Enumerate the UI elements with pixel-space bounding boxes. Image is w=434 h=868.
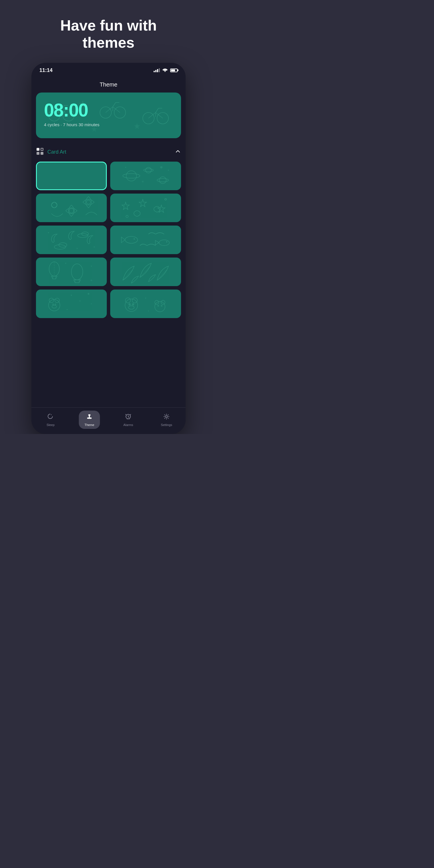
- bottom-nav: Sleep Theme: [31, 407, 186, 434]
- card-thumb-8[interactable]: [110, 257, 181, 286]
- svg-point-82: [155, 302, 165, 312]
- card-thumb-3[interactable]: [36, 194, 107, 222]
- svg-point-77: [125, 298, 130, 303]
- svg-line-62: [123, 270, 133, 280]
- svg-rect-21: [36, 148, 39, 151]
- svg-point-71: [71, 294, 72, 296]
- svg-point-26: [126, 171, 136, 181]
- status-time: 11:14: [39, 67, 53, 73]
- svg-point-68: [52, 304, 54, 305]
- time-card[interactable]: 08:00 4 cycles · 7 hours 30 minutes: [36, 93, 181, 138]
- screen-title: Theme: [100, 82, 117, 88]
- time-description: 4 cycles · 7 hours 30 minutes: [44, 122, 173, 127]
- svg-point-85: [157, 305, 159, 307]
- svg-point-86: [161, 305, 162, 307]
- signal-icon: [154, 68, 160, 72]
- sleep-icon: [47, 413, 54, 422]
- time-display: 08:00: [44, 101, 173, 119]
- svg-point-31: [157, 179, 168, 182]
- time-card-content: 08:00 4 cycles · 7 hours 30 minutes: [44, 101, 173, 127]
- svg-point-34: [125, 167, 126, 168]
- svg-point-36: [52, 202, 57, 208]
- page-title: Have fun with themes: [43, 17, 174, 52]
- svg-line-63: [140, 267, 150, 278]
- svg-point-60: [91, 266, 92, 267]
- svg-point-87: [145, 298, 146, 299]
- card-art-label: Card Art: [48, 149, 66, 155]
- phone-frame: 11:14: [31, 63, 186, 434]
- svg-point-29: [144, 169, 153, 172]
- card-thumb-10[interactable]: [110, 289, 181, 318]
- screen-header: Theme: [31, 76, 186, 93]
- svg-point-69: [55, 304, 56, 305]
- svg-point-40: [165, 198, 166, 200]
- screen-content[interactable]: Theme: [31, 76, 186, 407]
- svg-point-61: [91, 280, 92, 281]
- svg-point-81: [128, 306, 134, 309]
- card-art-header: Card Art: [36, 145, 181, 162]
- nav-label-settings: Settings: [161, 423, 172, 427]
- svg-point-50: [159, 240, 169, 246]
- svg-point-46: [94, 246, 95, 248]
- svg-point-59: [65, 263, 66, 264]
- alarms-icon: [124, 413, 132, 422]
- svg-point-76: [125, 299, 137, 311]
- svg-point-28: [146, 167, 151, 173]
- card-thumb-1[interactable]: [36, 162, 107, 190]
- svg-point-95: [165, 416, 167, 418]
- svg-point-73: [88, 293, 89, 294]
- theme-icon: [86, 413, 93, 422]
- svg-point-35: [168, 169, 169, 171]
- svg-point-80: [132, 303, 134, 306]
- card-thumb-6[interactable]: [110, 225, 181, 254]
- svg-point-51: [166, 241, 167, 242]
- card-art-icon: [36, 147, 44, 157]
- nav-item-sleep[interactable]: Sleep: [40, 413, 61, 427]
- svg-point-48: [125, 237, 137, 243]
- nav-label-alarms: Alarms: [123, 423, 133, 427]
- card-art-left: Card Art: [36, 147, 66, 157]
- svg-point-37: [69, 209, 74, 213]
- status-bar: 11:14: [31, 63, 186, 76]
- card-thumb-4[interactable]: [110, 194, 181, 222]
- battery-icon: [170, 68, 178, 72]
- card-thumb-5[interactable]: [36, 225, 107, 254]
- svg-point-30: [159, 177, 166, 184]
- nav-label-sleep: Sleep: [46, 423, 55, 427]
- svg-point-33: [142, 181, 144, 182]
- svg-point-79: [128, 303, 131, 306]
- svg-point-74: [91, 303, 92, 304]
- svg-line-94: [128, 416, 129, 417]
- svg-point-38: [87, 200, 91, 204]
- nav-item-alarms[interactable]: Alarms: [118, 413, 138, 427]
- svg-point-75: [66, 309, 68, 310]
- nav-active-pill: Theme: [79, 411, 100, 429]
- svg-point-72: [80, 300, 81, 302]
- status-icons: [154, 67, 178, 73]
- page-container: Have fun with themes 11:14: [0, 0, 217, 434]
- svg-point-70: [52, 305, 57, 308]
- svg-point-25: [41, 149, 43, 150]
- svg-rect-23: [36, 152, 39, 155]
- svg-point-49: [134, 239, 135, 240]
- svg-rect-24: [40, 152, 43, 155]
- card-thumb-2[interactable]: [110, 162, 181, 190]
- settings-icon: [163, 413, 170, 422]
- svg-point-47: [76, 248, 78, 249]
- svg-point-32: [160, 166, 162, 168]
- wifi-icon: [162, 67, 168, 73]
- card-thumb-9[interactable]: [36, 289, 107, 318]
- card-thumb-7[interactable]: [36, 257, 107, 286]
- card-art-grid: [36, 162, 181, 323]
- svg-point-78: [132, 298, 137, 303]
- nav-label-theme: Theme: [85, 423, 94, 427]
- svg-point-45: [48, 232, 49, 233]
- nav-item-theme[interactable]: Theme: [79, 411, 100, 429]
- svg-rect-91: [88, 414, 91, 416]
- nav-item-settings[interactable]: Settings: [156, 413, 177, 427]
- chevron-up-icon[interactable]: [175, 148, 181, 156]
- svg-point-27: [123, 174, 140, 178]
- svg-point-56: [71, 264, 83, 280]
- svg-point-39: [126, 215, 128, 218]
- card-art-section: Card Art: [31, 143, 186, 323]
